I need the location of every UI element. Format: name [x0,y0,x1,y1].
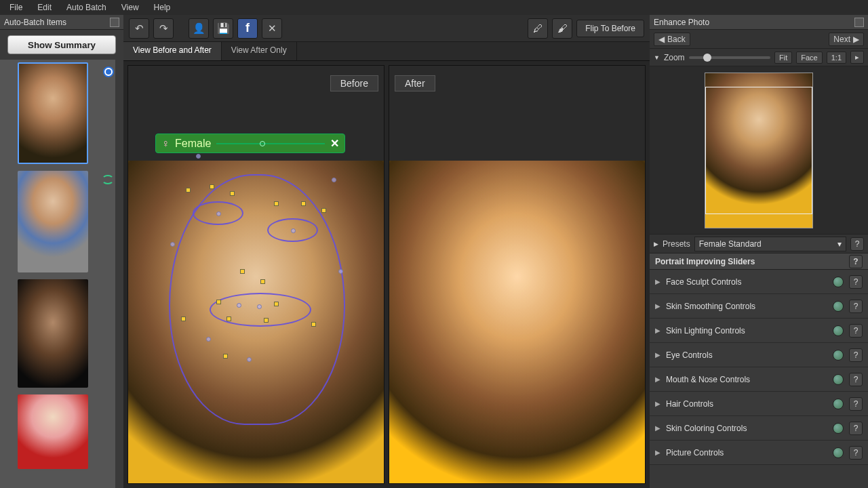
undo-button[interactable]: ↶ [129,18,149,39]
landmark[interactable] [237,303,241,308]
landmark[interactable] [240,269,245,274]
thumbnail-3[interactable] [5,279,118,388]
brush-remove-button[interactable]: 🖌 [552,18,572,39]
thumbnail-1[interactable] [5,62,118,164]
slider-group[interactable]: ▶Picture Controls? [650,441,868,465]
landmark[interactable] [223,354,228,359]
landmark[interactable] [260,279,265,284]
landmark[interactable] [264,318,269,323]
menu-autobatch[interactable]: Auto Batch [60,1,113,14]
slider-group[interactable]: ▶Hair Controls? [650,392,868,416]
landmark[interactable] [230,191,235,196]
slider-help-button[interactable]: ? [849,373,863,386]
panel-collapse-icon[interactable] [854,18,864,27]
zoom-1to1-button[interactable]: 1:1 [827,52,846,64]
landmark[interactable] [338,269,343,274]
slider-group[interactable]: ▶Skin Lighting Controls? [650,319,868,343]
close-button[interactable]: ✕ [262,18,282,39]
landmark[interactable] [226,317,231,321]
landmark[interactable] [332,178,336,182]
presets-help-button[interactable]: ? [850,237,864,251]
status-dot-icon[interactable] [833,277,844,287]
slider-help-button[interactable]: ? [849,422,863,435]
preview-box[interactable] [650,66,868,235]
menu-file[interactable]: File [3,1,29,14]
landmark[interactable] [301,201,306,206]
status-dot-icon[interactable] [833,447,844,458]
slider-label[interactable]: Mouth & Nose Controls [666,375,827,384]
status-dot-icon[interactable] [833,423,844,434]
landmark[interactable] [274,302,279,306]
zoom-fit-button[interactable]: Fit [774,52,792,64]
landmark[interactable] [311,322,316,327]
landmark[interactable] [257,304,262,309]
sliders-help-button[interactable]: ? [849,255,863,268]
landmark[interactable] [247,357,252,362]
status-dot-icon[interactable] [833,301,844,312]
zoom-slider-knob[interactable] [703,54,711,62]
landmark[interactable] [216,211,221,216]
status-dot-icon[interactable] [833,399,844,409]
zoom-slider[interactable] [689,56,770,59]
slider-help-button[interactable]: ? [849,397,863,411]
landmark[interactable] [170,242,175,247]
slider-help-button[interactable]: ? [849,300,863,313]
gender-tag[interactable]: ♀ Female ✕ [155,134,345,153]
landmark[interactable] [274,201,279,206]
slider-label[interactable]: Skin Coloring Controls [666,424,827,433]
thumbnail-2[interactable] [5,171,118,272]
person-button[interactable]: 👤 [189,18,209,39]
redo-button[interactable]: ↷ [153,18,174,39]
thumbnail-strip[interactable] [0,60,123,488]
tab-after-only[interactable]: View After Only [222,42,297,60]
slider-group[interactable]: ▶Skin Smoothing Controls? [650,294,868,319]
slider-help-button[interactable]: ? [849,446,863,460]
status-dot-icon[interactable] [833,325,844,336]
chevron-down-icon[interactable]: ▼ [654,54,660,61]
next-button[interactable]: Next▶ [829,33,864,46]
menu-edit[interactable]: Edit [31,1,58,14]
tab-before-after[interactable]: View Before and After [123,42,222,60]
status-dot-icon[interactable] [833,374,844,385]
thumbnail-scrollbar[interactable] [115,60,123,488]
chevron-right-icon[interactable]: ▶ [654,241,658,247]
landmark[interactable] [321,208,326,213]
status-dot-icon[interactable] [833,350,844,361]
landmark[interactable] [181,317,186,321]
landmark[interactable] [291,228,296,233]
save-button[interactable]: 💾 [213,18,233,39]
slider-help-button[interactable]: ? [849,275,863,289]
flip-to-before-button[interactable]: Flip To Before [576,20,644,37]
slider-label[interactable]: Eye Controls [666,350,827,360]
after-pane[interactable]: After [389,65,646,484]
landmark[interactable] [206,337,211,342]
show-summary-button[interactable]: Show Summary [7,35,116,54]
slider-label[interactable]: Skin Lighting Controls [666,326,827,336]
slider-label[interactable]: Skin Smoothing Controls [666,302,827,311]
slider-label[interactable]: Picture Controls [666,448,827,458]
slider-help-button[interactable]: ? [849,348,863,362]
slider-help-button[interactable]: ? [849,324,863,338]
menu-view[interactable]: View [115,1,146,14]
before-pane[interactable]: Before ♀ Female ✕ [127,65,384,484]
zoom-face-button[interactable]: Face [796,52,822,64]
landmark[interactable] [216,300,221,304]
menu-help[interactable]: Help [147,1,178,14]
landmark[interactable] [210,184,214,189]
thumbnail-4[interactable] [5,394,118,469]
facebook-button[interactable]: f [237,18,258,39]
brush-add-button[interactable]: 🖊 [528,18,548,39]
back-button[interactable]: ◀Back [654,33,690,46]
slider-label[interactable]: Face Sculpt Controls [666,277,827,287]
gender-tag-close-icon[interactable]: ✕ [330,137,339,150]
zoom-more-button[interactable]: ▸ [850,51,864,64]
preset-select[interactable]: Female Standard [694,237,846,251]
slider-group[interactable]: ▶Mouth & Nose Controls? [650,367,868,392]
slider-label[interactable]: Hair Controls [666,399,827,409]
slider-group[interactable]: ▶Skin Coloring Controls? [650,416,868,441]
viewport-rect[interactable] [705,87,812,214]
slider-group[interactable]: ▶Eye Controls? [650,343,868,367]
landmark[interactable] [186,188,191,192]
landmark[interactable] [196,154,201,159]
slider-group[interactable]: ▶Face Sculpt Controls? [650,270,868,294]
